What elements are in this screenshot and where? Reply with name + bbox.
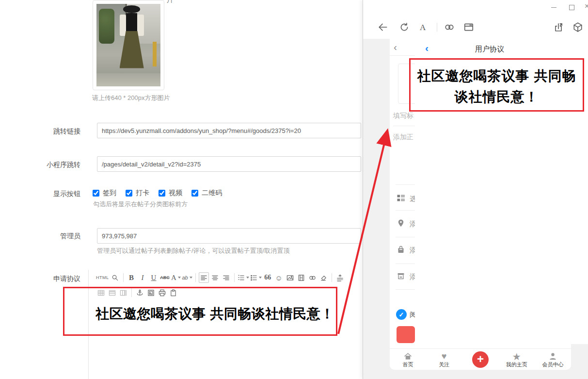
annotation-box-preview: 社区邀您喝茶议事 共同畅谈社情民意！ bbox=[409, 58, 584, 112]
upload-hint: 请上传640 * 200px方形图片 bbox=[92, 94, 170, 102]
insert-video-button[interactable] bbox=[296, 272, 306, 283]
cover-image bbox=[96, 4, 160, 86]
post-back-icon[interactable]: ‹ bbox=[394, 41, 397, 53]
plus-icon: + bbox=[472, 351, 489, 368]
link-icon[interactable] bbox=[444, 22, 455, 33]
checkbox-video[interactable]: 视频 bbox=[159, 189, 182, 198]
maximize-icon[interactable] bbox=[569, 5, 574, 10]
minimize-icon[interactable] bbox=[551, 7, 556, 8]
miniapp-input[interactable] bbox=[97, 156, 361, 172]
star-icon: ★ bbox=[512, 352, 521, 361]
paragraph-top-button[interactable] bbox=[335, 272, 345, 283]
refresh-icon[interactable] bbox=[399, 22, 410, 33]
preview-window: × A ‹ 填写标 添加正 选 添 添 添 ✓ 阅 bbox=[363, 0, 588, 379]
align-left-button[interactable] bbox=[199, 272, 209, 283]
display-buttons-group: 签到 打卡 视频 二维码 bbox=[93, 189, 231, 198]
agreement-field-label: 申请协议 bbox=[10, 275, 80, 283]
publish-button[interactable] bbox=[397, 326, 415, 343]
font-color-button[interactable]: A bbox=[171, 272, 181, 283]
back-icon[interactable] bbox=[378, 22, 388, 33]
window-titlebar: × bbox=[363, 0, 588, 14]
ordered-list-button[interactable] bbox=[238, 272, 249, 283]
preview-icon[interactable] bbox=[110, 272, 120, 283]
link-input[interactable] bbox=[97, 123, 361, 138]
html-source-button[interactable]: HTML bbox=[96, 272, 109, 283]
tabbar: 首页 ♥ 关注 + ★ 我的主页 会员中心 bbox=[390, 348, 571, 370]
window-toolbar: A bbox=[363, 14, 588, 39]
admin-input[interactable] bbox=[97, 228, 361, 244]
link-field-label: 跳转链接 bbox=[10, 127, 80, 136]
home-icon bbox=[403, 352, 413, 361]
highlight-button[interactable]: ab bbox=[182, 272, 192, 283]
post-title-input[interactable]: 填写标 bbox=[393, 112, 413, 120]
video-checkbox[interactable] bbox=[159, 190, 165, 197]
annotation-box-editor bbox=[63, 287, 337, 336]
align-center-button[interactable] bbox=[210, 272, 220, 283]
tab-member-center[interactable]: 会员中心 bbox=[535, 349, 571, 370]
italic-button[interactable]: I bbox=[138, 272, 148, 283]
display-buttons-hint: 勾选后将显示在帖子分类图标前方 bbox=[93, 200, 188, 209]
package-icon[interactable] bbox=[572, 22, 583, 33]
store-icon[interactable] bbox=[397, 272, 405, 280]
display-buttons-label: 显示按钮 bbox=[10, 190, 80, 198]
heart-icon: ♥ bbox=[442, 352, 447, 361]
tab-follow[interactable]: ♥ 关注 bbox=[426, 349, 462, 370]
clipped-label: 片 bbox=[167, 0, 174, 4]
post-body-input[interactable]: 添加正 bbox=[393, 133, 413, 142]
font-size-icon[interactable]: A bbox=[420, 23, 426, 33]
category-icon[interactable] bbox=[397, 194, 405, 202]
checkbox-punch[interactable]: 打卡 bbox=[126, 189, 149, 198]
emoji-button[interactable]: ☺ bbox=[274, 272, 284, 283]
qrcode-checkbox[interactable] bbox=[191, 190, 198, 197]
location-icon[interactable] bbox=[397, 219, 405, 228]
punch-checkbox[interactable] bbox=[126, 190, 132, 197]
browser-window-icon[interactable] bbox=[463, 22, 474, 33]
tab-post[interactable]: + bbox=[462, 349, 499, 370]
checkbox-qrcode[interactable]: 二维码 bbox=[191, 189, 222, 198]
tab-my-page[interactable]: ★ 我的主页 bbox=[498, 349, 535, 370]
bold-button[interactable]: B bbox=[127, 272, 137, 283]
tab-home[interactable]: 首页 bbox=[390, 349, 426, 370]
share-icon[interactable] bbox=[553, 22, 564, 33]
unordered-list-button[interactable] bbox=[250, 272, 262, 283]
underline-button[interactable]: U bbox=[149, 272, 159, 283]
align-right-button[interactable] bbox=[221, 272, 231, 283]
close-icon[interactable]: × bbox=[585, 2, 588, 11]
goods-icon[interactable] bbox=[397, 245, 405, 254]
miniapp-field-label: 小程序跳转 bbox=[10, 161, 80, 169]
strikethrough-button[interactable]: ABC bbox=[160, 272, 170, 283]
checkbox-signin[interactable]: 签到 bbox=[93, 189, 116, 198]
admin-field-hint: 管理员可以通过帖子列表删除帖子/评论，可以设置帖子置顶/取消置顶 bbox=[97, 247, 289, 255]
editor-toolbar-row1: HTML B I U ABC A ab 66 ☺ bbox=[95, 272, 346, 283]
insert-image-button[interactable] bbox=[285, 272, 295, 283]
signin-checkbox[interactable] bbox=[93, 190, 99, 197]
insert-link-button[interactable] bbox=[307, 272, 318, 283]
user-icon bbox=[548, 352, 557, 361]
agreement-check-icon[interactable]: ✓ bbox=[396, 309, 407, 320]
cover-image-upload[interactable] bbox=[93, 0, 164, 90]
blockquote-button[interactable]: 66 bbox=[263, 272, 273, 283]
remove-format-button[interactable] bbox=[318, 272, 329, 283]
admin-field-label: 管理员 bbox=[10, 232, 80, 241]
agreement-page-title: 用户协议 bbox=[415, 45, 588, 54]
